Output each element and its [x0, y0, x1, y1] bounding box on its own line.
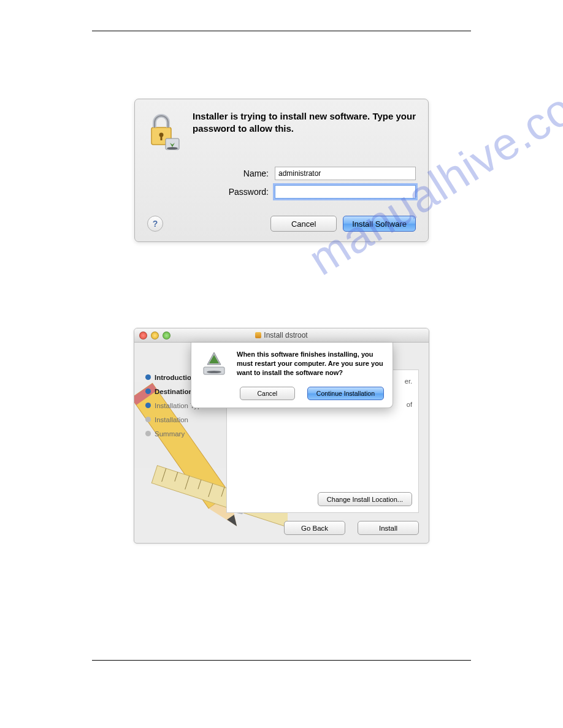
change-install-location-button[interactable]: Change Install Location...	[318, 492, 412, 506]
window-title: Install dstroot	[134, 331, 429, 339]
auth-headline: Installer is trying to install new softw…	[193, 110, 416, 153]
password-label: Password:	[189, 187, 269, 197]
cancel-button[interactable]: Cancel	[270, 216, 337, 232]
password-input[interactable]	[275, 185, 416, 199]
title-bar: Install dstroot	[134, 328, 429, 343]
window-title-text: Install dstroot	[264, 331, 307, 339]
sheet-cancel-button[interactable]: Cancel	[240, 387, 295, 400]
svg-point-4	[167, 147, 178, 150]
step-summary: Summary	[145, 427, 205, 441]
installer-disk-icon	[200, 350, 228, 381]
install-software-button[interactable]: Install Software	[343, 216, 416, 232]
help-button[interactable]: ?	[147, 216, 163, 232]
svg-point-23	[207, 371, 221, 373]
go-back-button[interactable]: Go Back	[284, 521, 345, 535]
lock-installer-icon	[147, 110, 182, 153]
name-label: Name:	[189, 169, 269, 178]
step-installation: Installation	[145, 413, 205, 427]
name-input[interactable]	[275, 167, 416, 180]
restart-confirm-sheet: When this software finishes installing, …	[191, 343, 393, 408]
package-icon	[255, 332, 261, 338]
obscured-text: er.	[405, 377, 412, 385]
installer-window: Install dstroot	[134, 328, 429, 544]
svg-rect-2	[161, 136, 163, 140]
install-button[interactable]: Install	[358, 521, 419, 535]
obscured-text: of	[407, 401, 412, 408]
restart-message: When this software finishes installing, …	[237, 350, 384, 381]
auth-dialog: Installer is trying to install new softw…	[134, 99, 429, 242]
continue-installation-button[interactable]: Continue Installation	[307, 387, 384, 400]
